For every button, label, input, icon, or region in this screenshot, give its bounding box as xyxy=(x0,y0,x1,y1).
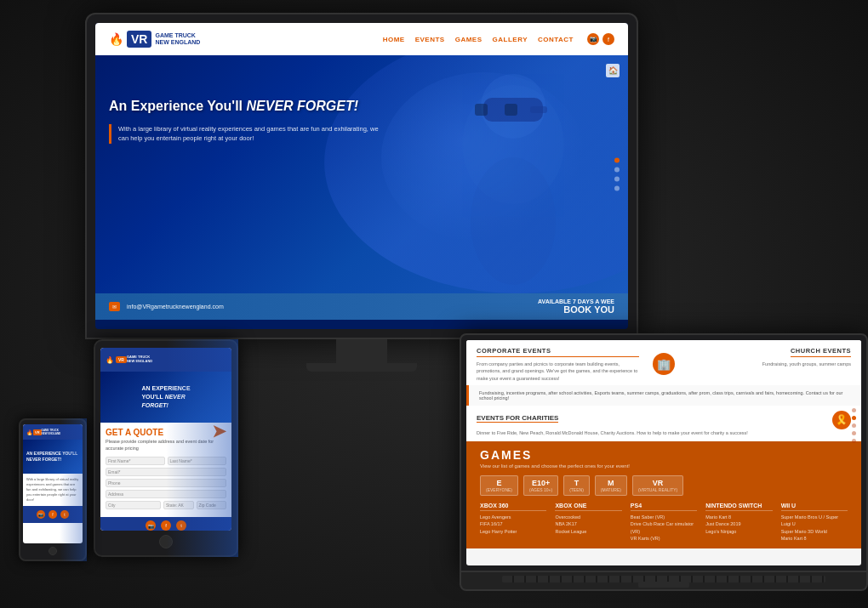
tablet-hero: AN EXPERIENCEYOU'LL NEVERFORGET! xyxy=(100,372,231,423)
rating-t: T (TEEN) xyxy=(563,475,590,496)
church-title: CHURCH EVENTS xyxy=(791,347,851,357)
console-xboxone: Xbox One Overcooked NBA 2K17 Rocket Leag… xyxy=(555,503,621,542)
phone-screen: 🔥 VR GAME TRUCK NEW ENGLAND AN EXPERIENC… xyxy=(23,424,83,543)
phone-hero-overlay xyxy=(60,424,83,543)
rating-vr: VR (VIRTUAL REALITY) xyxy=(632,475,683,496)
phone-logo-vr: VR xyxy=(33,429,42,435)
svg-rect-5 xyxy=(505,104,517,116)
book-text: BOOK YOU xyxy=(538,304,614,315)
hero-emphasis: NEVER FORGET! xyxy=(246,99,358,113)
nav-social-icons: 📷 f xyxy=(587,33,614,45)
rating-e10: E10+ (AGES 10+) xyxy=(523,475,558,496)
phone-instagram-icon[interactable]: 📷 xyxy=(37,510,45,519)
phone-logo-text: GAME TRUCK NEW ENGLAND xyxy=(42,429,61,435)
person-figure xyxy=(381,60,611,289)
phone-flame-icon: 🔥 xyxy=(26,429,32,435)
carousel-dot-3[interactable] xyxy=(614,177,620,182)
svg-rect-4 xyxy=(475,104,488,116)
hero-carousel-dots xyxy=(614,158,620,191)
nav-home[interactable]: HOME xyxy=(383,36,405,43)
l-dot-4 xyxy=(852,431,856,435)
nav-links: HOME EVENTS GAMES GALLERY CONTACT xyxy=(383,36,574,43)
l-dot-1 xyxy=(852,408,856,412)
city-input[interactable]: City xyxy=(106,501,161,509)
tablet-frame: 🔥 VR GAME TRUCK NEW ENGLAND AN EXPERIENC… xyxy=(94,339,238,557)
tablet-instagram-icon[interactable]: 📷 xyxy=(146,520,156,531)
events-top-section: CORPORATE EVENTS From company parties an… xyxy=(466,340,861,385)
svg-rect-6 xyxy=(530,106,547,113)
footer-bar: ✉ info@VRgametrucknewengland.com AVAILAB… xyxy=(95,293,628,320)
monitor-stand-base xyxy=(306,363,417,372)
laptop-frame: CORPORATE EVENTS From company parties an… xyxy=(460,333,868,572)
hero-section: An Experience You'll NEVER FORGET! With … xyxy=(95,55,628,293)
laptop: CORPORATE EVENTS From company parties an… xyxy=(460,333,868,591)
nav-contact[interactable]: CONTACT xyxy=(538,36,574,43)
school-events: Fundraising, incentive programs, after s… xyxy=(466,385,861,406)
phone-facebook-icon[interactable]: f xyxy=(49,510,57,519)
facebook-icon[interactable]: f xyxy=(602,33,614,45)
consoles-row: Xbox 360 Lego Avengers FIFA 16/17 Lego H… xyxy=(480,503,848,542)
instagram-icon[interactable]: 📷 xyxy=(587,33,599,45)
carousel-dot-1[interactable] xyxy=(614,158,620,163)
tablet-screen: 🔥 VR GAME TRUCK NEW ENGLAND AN EXPERIENC… xyxy=(100,348,231,531)
monitor-frame: 🔥 VR GAME TRUCK NEW ENGLAND HOME EVENTS … xyxy=(85,13,638,339)
hero-content: An Experience You'll NEVER FORGET! With … xyxy=(109,98,381,144)
site-logo: 🔥 VR GAME TRUCK NEW ENGLAND xyxy=(109,31,200,48)
corporate-text: From company parties and picnics to corp… xyxy=(477,361,639,382)
console-xbox360: Xbox 360 Lego Avengers FIFA 16/17 Lego H… xyxy=(480,503,546,542)
games-subtitle: View our list of games and choose the pe… xyxy=(480,463,848,469)
corporate-events-block: CORPORATE EVENTS From company parties an… xyxy=(477,347,639,382)
hero-title: An Experience You'll NEVER FORGET! xyxy=(109,98,381,114)
church-events-block: CHURCH EVENTS Fundraising, youth groups,… xyxy=(688,347,851,382)
l-dot-2 xyxy=(852,416,856,420)
available-text: AVAILABLE 7 DAYS A WEE xyxy=(538,298,614,304)
logo-text: GAME TRUCK NEW ENGLAND xyxy=(155,32,200,47)
console-ps4: PS4 Beat Saber (VR) Drive Club Race Car … xyxy=(631,503,697,542)
hero-body-text: With a large library of virtual reality … xyxy=(109,124,381,144)
console-wiiu: Wii U Super Mario Bros U / Super Luigi U… xyxy=(781,503,848,542)
phone-hero: AN EXPERIENCE YOU'LL NEVER FORGET! xyxy=(23,440,83,474)
tablet: 🔥 VR GAME TRUCK NEW ENGLAND AN EXPERIENC… xyxy=(94,339,238,557)
trackpad xyxy=(638,582,689,588)
church-text: Fundraising, youth groups, summer camps xyxy=(688,361,851,367)
console-switch: Nintendo Switch Mario Kart 8 Just Dance … xyxy=(705,503,772,542)
phone-frame: 🔥 VR GAME TRUCK NEW ENGLAND AN EXPERIENC… xyxy=(19,418,87,561)
flame-icon: 🔥 xyxy=(109,32,123,46)
first-name-input[interactable]: First Name* xyxy=(106,457,165,465)
monitor-screen: 🔥 VR GAME TRUCK NEW ENGLAND HOME EVENTS … xyxy=(95,23,628,329)
l-dot-3 xyxy=(852,423,856,428)
games-title: GAMES xyxy=(480,448,848,462)
svg-point-1 xyxy=(471,157,556,285)
games-section: GAMES View our list of games and choose … xyxy=(466,441,861,548)
charities-title: EVENTS FOR CHARITIES xyxy=(477,414,558,423)
carousel-dot-4[interactable] xyxy=(614,186,620,191)
tablet-hero-overlay xyxy=(166,348,231,531)
footer-email: info@VRgametrucknewengland.com xyxy=(127,304,224,310)
l-dot-5 xyxy=(852,439,856,443)
laptop-nav-dots xyxy=(852,408,856,443)
laptop-site: CORPORATE EVENTS From company parties an… xyxy=(466,340,861,565)
hero-home-icon[interactable]: 🏠 xyxy=(606,64,620,77)
monitor-stand-neck xyxy=(336,339,387,363)
carousel-dot-2[interactable] xyxy=(614,168,620,173)
rating-m: M (MATURE) xyxy=(595,475,627,496)
ratings-row: E (EVERYONE) E10+ (AGES 10+) T (TEEN) xyxy=(480,475,848,496)
corporate-icon: 🏢 xyxy=(653,353,675,375)
nav-gallery[interactable]: GALLERY xyxy=(493,36,528,43)
laptop-screen: CORPORATE EVENTS From company parties an… xyxy=(466,340,861,565)
tablet-flame-icon: 🔥 xyxy=(106,356,114,364)
phone-home-button[interactable] xyxy=(49,547,57,555)
phone: 🔥 VR GAME TRUCK NEW ENGLAND AN EXPERIENC… xyxy=(19,418,87,561)
logo-vr-badge: VR xyxy=(127,31,151,48)
corporate-title: CORPORATE EVENTS xyxy=(477,347,639,357)
rating-e: E (EVERYONE) xyxy=(480,475,518,496)
charities-block: EVENTS FOR CHARITIES 🎗️ Dinner to Five R… xyxy=(466,406,861,441)
nav-games[interactable]: GAMES xyxy=(455,36,483,43)
email-badge: ✉ xyxy=(109,302,120,311)
nav-events[interactable]: EVENTS xyxy=(415,36,445,43)
tablet-logo-text: GAME TRUCK NEW ENGLAND xyxy=(127,355,152,364)
tablet-logo-vr: VR xyxy=(116,356,127,363)
site-nav: 🔥 VR GAME TRUCK NEW ENGLAND HOME EVENTS … xyxy=(95,23,628,55)
scene: 🔥 VR GAME TRUCK NEW ENGLAND HOME EVENTS … xyxy=(0,0,868,608)
charity-icon: 🎗️ xyxy=(832,411,851,429)
